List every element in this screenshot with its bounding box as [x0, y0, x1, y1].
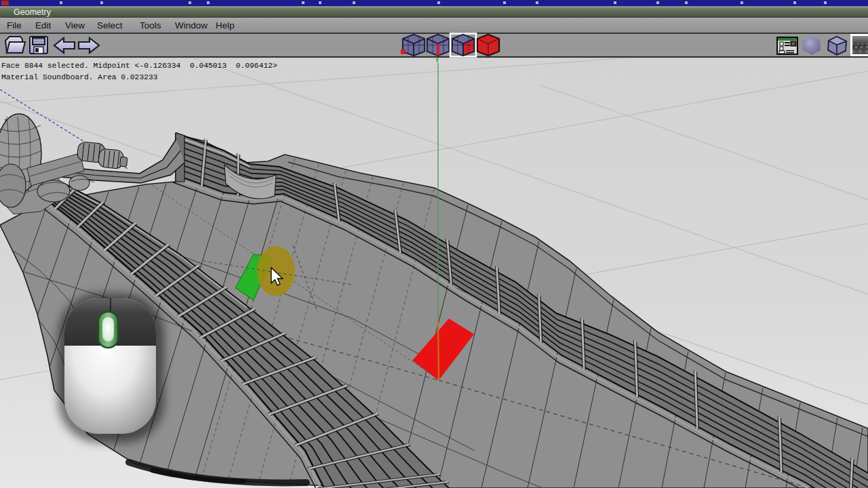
svg-text:Material Soundboard. Area 0.02: Material Soundboard. Area 0.023233 [1, 73, 158, 81]
svg-text:Geometry: Geometry [14, 7, 52, 17]
svg-text:Help: Help [216, 20, 235, 30]
svg-text:File: File [7, 20, 22, 30]
svg-text:Select: Select [97, 20, 123, 30]
svg-text:Face 8844 selected. Midpoint <: Face 8844 selected. Midpoint <-0.126334 … [1, 62, 277, 70]
svg-text:Window: Window [175, 20, 208, 30]
svg-text:Edit: Edit [35, 20, 52, 30]
svg-text:View: View [65, 20, 85, 30]
svg-text:Tools: Tools [140, 20, 161, 30]
